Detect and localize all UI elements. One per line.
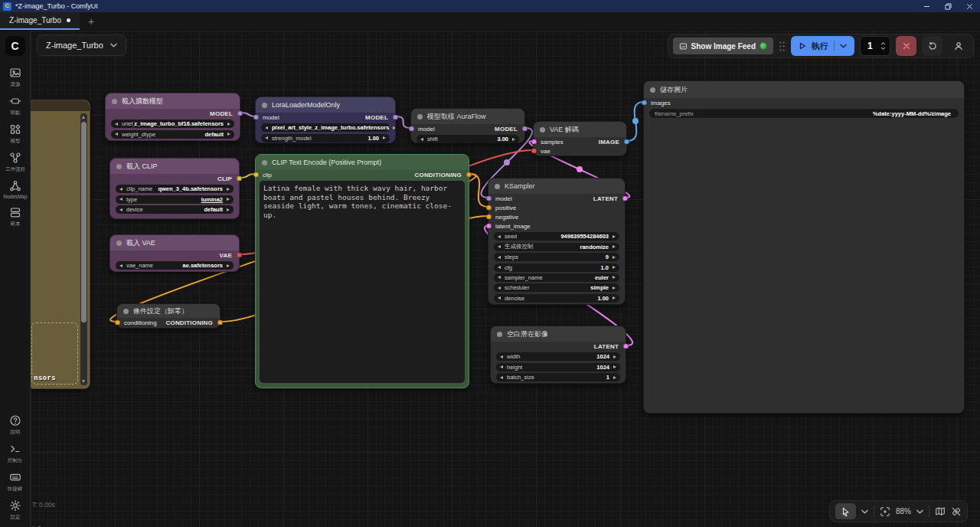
pointer-options-chevron-icon[interactable]: [861, 509, 868, 514]
sidebar-item-shortcuts[interactable]: 快捷鍵: [0, 471, 31, 493]
scroll-down-icon[interactable]: [82, 380, 85, 383]
input-port-latent-image[interactable]: [486, 224, 492, 229]
sidebar-item-workflows[interactable]: 工作流程: [0, 152, 31, 173]
output-port-conditioning[interactable]: [217, 320, 223, 326]
input-port-vae[interactable]: [531, 149, 537, 154]
run-button[interactable]: 執行: [791, 36, 854, 56]
input-port-model[interactable]: [486, 196, 492, 201]
output-port-vae[interactable]: [237, 253, 242, 258]
node-note[interactable]: nsors: [31, 100, 90, 389]
widget-unet-name[interactable]: unet_…z_image_turbo_bf16.safetensors: [111, 119, 234, 128]
note-node-header[interactable]: [31, 100, 90, 111]
minimize-button[interactable]: [916, 0, 937, 12]
node-save-image[interactable]: 儲存圖片 images filename_prefix%date:yyyy-MM…: [643, 80, 965, 414]
widget-device[interactable]: devicedefault: [116, 205, 234, 214]
run-options-chevron-icon[interactable]: [840, 44, 847, 48]
node-load-clip[interactable]: 載入 CLIP CLIP clip_nameqwen_3_4b.safetens…: [109, 158, 240, 219]
collapse-dot-icon: [495, 184, 500, 189]
widget-denoise[interactable]: denoise1.00: [494, 294, 619, 303]
output-port-model[interactable]: [237, 111, 243, 116]
widget-steps[interactable]: steps9: [494, 253, 619, 261]
input-port-model[interactable]: [253, 115, 259, 120]
widget-seed[interactable]: seed949639554284603: [494, 232, 619, 241]
widget-shift[interactable]: shift3.00: [416, 135, 519, 143]
input-port-samples[interactable]: [531, 139, 537, 145]
zoom-options-chevron-icon[interactable]: [916, 509, 923, 514]
widget-batch-size[interactable]: batch_size1: [496, 373, 620, 381]
history-button[interactable]: [922, 36, 942, 56]
node-lora-loader[interactable]: LoraLoaderModelOnly model MODEL .pixel_a…: [255, 97, 396, 143]
node-vae-decode[interactable]: VAE 解碼 samples IMAGE vae: [533, 121, 627, 156]
pointer-tool-button[interactable]: [835, 503, 856, 519]
sidebar-item-nodesmap[interactable]: NodesMap: [0, 180, 31, 199]
batch-count-input[interactable]: 1: [860, 36, 890, 56]
widget-cfg[interactable]: cfg1.0: [494, 264, 619, 272]
input-port-images[interactable]: [642, 100, 647, 106]
node-icon: [9, 95, 21, 107]
widget-clip-name[interactable]: clip_nameqwen_3_4b.safetensors: [116, 185, 234, 193]
output-port-model[interactable]: [393, 115, 398, 120]
decrement-icon: [119, 198, 122, 201]
input-port-conditioning[interactable]: [115, 320, 120, 326]
node-conditioning-zero-out[interactable]: 條件設定（歸零） conditioning CONDITIONING: [116, 303, 220, 329]
input-port-model[interactable]: [409, 126, 414, 132]
widget-type[interactable]: typelumina2: [116, 195, 234, 204]
node-model-sampling-auraflow[interactable]: 模型取樣 AuraFlow model MODEL shift3.00: [410, 108, 525, 143]
widget-sampler-name[interactable]: sampler_nameeuler: [494, 273, 619, 282]
port-row: positive: [488, 203, 625, 212]
sidebar-item-templates[interactable]: 範本: [0, 206, 31, 227]
fit-view-button[interactable]: [880, 506, 890, 517]
node-graph-canvas[interactable]: nsors 載入擴散模型 MODEL unet_…z_image_turbo_b…: [31, 31, 980, 527]
widget-strength-model[interactable]: strength_model1.00: [261, 134, 390, 142]
node-clip-text-encode[interactable]: CLIP Text Encode (Positive Prompt) clip …: [255, 154, 469, 388]
toggle-links-button[interactable]: [951, 506, 962, 517]
widget-height[interactable]: height1024: [496, 363, 620, 372]
scrollbar-thumb[interactable]: [81, 122, 87, 322]
user-button[interactable]: [948, 36, 969, 56]
cursor-icon: [841, 507, 850, 516]
widget-lora-name[interactable]: .pixel_art_style_z_image_turbo.safetenso…: [261, 123, 390, 132]
close-button[interactable]: [959, 0, 980, 12]
sidebar-item-help[interactable]: 說明: [0, 414, 31, 436]
sidebar-item-assets[interactable]: 資源: [0, 67, 31, 88]
sidebar-item-settings[interactable]: 設定: [0, 499, 31, 521]
node-load-diffusion-model[interactable]: 載入擴散模型 MODEL unet_…z_image_turbo_bf16.sa…: [105, 93, 240, 141]
output-port-latent[interactable]: [622, 196, 628, 201]
sidebar-item-models[interactable]: 模型: [0, 123, 31, 145]
cancel-run-button[interactable]: [896, 36, 916, 56]
input-port-positive[interactable]: [486, 205, 492, 211]
increment-icon: [512, 138, 515, 141]
widget-filename-prefix[interactable]: filename_prefix%date:yyyy-MM-dd%/zimage: [649, 109, 959, 118]
show-image-feed-button[interactable]: Show Image Feed: [673, 38, 773, 54]
widget-weight-dtype[interactable]: weight_dtypedefault: [111, 130, 234, 139]
drag-handle-icon[interactable]: [779, 41, 786, 51]
output-port-clip[interactable]: [237, 176, 242, 182]
output-port-latent[interactable]: [623, 344, 629, 349]
scroll-up-icon[interactable]: [82, 116, 85, 119]
batch-steppers[interactable]: [880, 42, 886, 50]
sidebar-item-nodes[interactable]: 節點: [0, 95, 31, 116]
output-port-image[interactable]: [624, 139, 629, 145]
widget-vae-name[interactable]: vae_nameae.safetensors: [116, 261, 234, 270]
new-tab-button[interactable]: [80, 12, 103, 30]
node-load-vae[interactable]: 載入 VAE VAE vae_nameae.safetensors: [109, 234, 240, 272]
node-empty-latent-image[interactable]: 空白潛在影像 LATENT width1024 height1024 batch…: [490, 326, 626, 384]
input-port-clip[interactable]: [253, 172, 259, 178]
output-port-conditioning[interactable]: [466, 172, 472, 178]
tab-z-image-turbo[interactable]: Z-image_Turbo: [0, 12, 80, 30]
restore-button[interactable]: [937, 0, 959, 12]
note-scrollbar[interactable]: [80, 113, 87, 385]
sidebar-item-console[interactable]: 控制台: [0, 443, 31, 464]
workflow-selector[interactable]: Z-image_Turbo: [37, 34, 126, 56]
comfyui-logo-icon[interactable]: C: [5, 36, 25, 56]
widget-control-after-generate[interactable]: 生成後控制randomize: [494, 243, 619, 251]
zoom-level[interactable]: 88%: [896, 507, 911, 516]
node-ksampler[interactable]: KSampler model LATENT positive negative …: [488, 178, 626, 305]
widget-width[interactable]: width1024: [496, 352, 620, 361]
widget-scheduler[interactable]: schedulersimple: [494, 283, 619, 292]
terminal-icon: [9, 443, 21, 455]
prompt-textarea[interactable]: Latina female with thick wavy hair, harb…: [260, 181, 465, 383]
output-port-model[interactable]: [522, 126, 528, 132]
minimap-toggle-button[interactable]: [935, 506, 946, 517]
input-port-negative[interactable]: [486, 214, 492, 220]
